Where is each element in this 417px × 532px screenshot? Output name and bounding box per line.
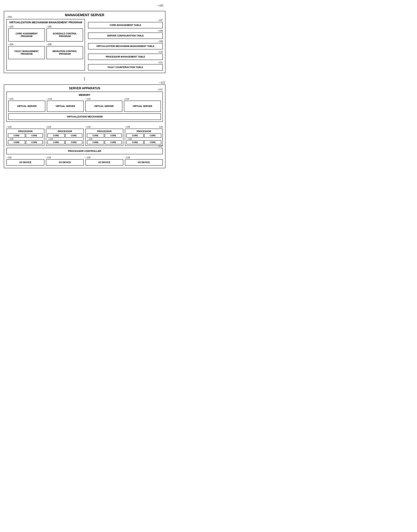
ref-106: ⌐106 [46, 43, 52, 46]
top-ref-number: 101 [159, 4, 164, 7]
processor-3: PROCESSOR CORE CORE ⌐116 CORE CORE [85, 129, 123, 146]
table-110: PROCESSOR MANAGEMENT TABLE [88, 53, 163, 60]
ref-115: 115 [159, 125, 163, 128]
ref-118-1: ⌐118 [6, 156, 11, 159]
program-106-wrapper: ⌐106 MIGRATION CONTROL PROGRAM [46, 46, 83, 59]
management-server-title: MANAGEMENT SERVER [6, 13, 163, 17]
ref-119-3: ⌐119 [85, 125, 90, 128]
processor-1-wrapper: ⌐119 PROCESSOR CORE CORE ⌐116 CORE CORE [6, 129, 44, 146]
ref-114-4: ⌐114 [124, 98, 129, 100]
table-111: FAULT COUNTERACTION TABLE [88, 64, 163, 71]
processor-1-cores-top: CORE CORE [8, 134, 43, 138]
processor-2-label: PROCESSOR [47, 130, 82, 133]
connector-line [4, 77, 166, 81]
core-3-4: CORE [105, 140, 122, 144]
processor-4: PROCESSOR CORE CORE ⌐116 CORE CORE [125, 129, 163, 146]
table-111-wrapper: ⌐111 FAULT COUNTERACTION TABLE [88, 64, 163, 71]
processor-2: PROCESSOR CORE CORE ⌐116 CORE CORE [46, 129, 84, 146]
processor-controller: PROCESSOR CONTROLLER [6, 148, 163, 154]
virtual-servers-row: ⌐114 VIRTUAL SERVER ⌐114 VIRTUAL SERVER … [8, 98, 161, 112]
ref-107: ⌐107 [158, 19, 163, 22]
core-3-1: CORE [87, 134, 104, 138]
processor-1-cores-bottom: CORE CORE [8, 140, 43, 144]
ref-116-1: ⌐116 [8, 138, 43, 140]
processor-1: PROCESSOR CORE CORE ⌐116 CORE CORE [6, 129, 44, 146]
ref-109: ⌐109 [158, 40, 163, 43]
management-server-box: MANAGEMENT SERVER ⌐102 VIRTUALIZATION ME… [4, 11, 166, 73]
io-device-1: I/O DEVICE [6, 159, 44, 166]
management-server-body: ⌐102 VIRTUALIZATION MECHANISM MANAGEMENT… [6, 19, 163, 71]
core-1-2: CORE [26, 134, 43, 138]
server-apparatus-box: ⌐112 SERVER APPARATUS ⌐113 MEMORY ⌐114 V… [4, 84, 166, 168]
processor-2-wrapper: ⌐119 PROCESSOR CORE CORE ⌐116 CORE CORE [46, 129, 84, 146]
ref-104: ⌐104 [8, 43, 13, 46]
virtual-server-1: VIRTUAL SERVER [8, 101, 45, 112]
memory-section: ⌐113 MEMORY ⌐114 VIRTUAL SERVER ⌐114 VIR… [6, 92, 163, 122]
processor-3-cores-top: CORE CORE [87, 134, 122, 138]
io-device-3: I/O DEVICE [85, 159, 123, 166]
program-103-wrapper: ⌐103 CORE ASSIGNMENT PROGRAM [8, 28, 45, 42]
core-4-2: CORE [144, 134, 161, 138]
management-tables: ⌐107 CORE MANAGEMENT TABLE ⌐108 SERVER C… [88, 19, 163, 71]
ref-103: ⌐103 [8, 25, 13, 28]
virtual-server-3: VIRTUAL SERVER [85, 101, 122, 112]
core-1-3: CORE [8, 140, 25, 144]
core-1-4: CORE [26, 140, 43, 144]
ref-112: ⌐112 [159, 81, 165, 84]
program-104: FAULT MANAGEMENT PROGRAM [8, 46, 45, 59]
ref-116-3: ⌐116 [87, 138, 122, 140]
table-109: VIRTUALIZATION MECHANISM MANAGEMENT TABL… [88, 43, 163, 50]
table-110-wrapper: ⌐110 PROCESSOR MANAGEMENT TABLE [88, 53, 163, 60]
ref-102-num: 102 [8, 16, 12, 18]
ref-118-4: ⌐118 [125, 156, 130, 159]
processor-3-wrapper: ⌐119 PROCESSOR CORE CORE ⌐116 CORE CORE [85, 129, 123, 146]
processor-4-cores-bottom: CORE CORE [126, 140, 161, 144]
program-105-wrapper: ⌐105 SCHEDULE CONTROL PROGRAM [46, 28, 83, 42]
program-106: MIGRATION CONTROL PROGRAM [46, 46, 83, 59]
top-ref-label: ⌐101 [4, 4, 166, 7]
io-devices-row: ⌐118 I/O DEVICE ⌐118 I/O DEVICE ⌐118 I/O… [6, 156, 163, 166]
processors-section: ⌐119 PROCESSOR CORE CORE ⌐116 CORE CORE [6, 125, 163, 146]
ref-111: ⌐111 [158, 61, 163, 64]
core-3-3: CORE [87, 140, 104, 144]
virtual-server-4: VIRTUAL SERVER [124, 101, 161, 112]
ref-118-3: ⌐118 [85, 156, 90, 159]
processor-4-cores-top: CORE CORE [126, 134, 161, 138]
core-4-4: CORE [144, 140, 161, 144]
core-3-2: CORE [105, 134, 122, 138]
program-104-wrapper: ⌐104 FAULT MANAGEMENT PROGRAM [8, 46, 45, 59]
programs-grid: ⌐103 CORE ASSIGNMENT PROGRAM ⌐105 SCHEDU… [8, 25, 83, 59]
ref-108: ⌐108 [158, 30, 163, 32]
main-diagram: ⌐101 MANAGEMENT SERVER ⌐102 VIRTUALIZATI… [4, 4, 166, 168]
processor-3-cores-bottom: CORE CORE [87, 140, 122, 144]
ref-114-2: ⌐114 [47, 98, 52, 100]
processor-3-label: PROCESSOR [87, 130, 122, 133]
core-2-3: CORE [47, 140, 65, 144]
processor-controller-wrapper: ⌐117 PROCESSOR CONTROLLER [6, 148, 163, 154]
core-2-2: CORE [65, 134, 83, 138]
memory-title: MEMORY [8, 94, 161, 96]
table-109-wrapper: ⌐109 VIRTUALIZATION MECHANISM MANAGEMENT… [88, 43, 163, 50]
ref-119-2: ⌐119 [46, 125, 51, 128]
ref-114-3: ⌐114 [85, 98, 90, 100]
io-3-wrapper: ⌐118 I/O DEVICE [85, 159, 123, 166]
program-105: SCHEDULE CONTROL PROGRAM [46, 28, 83, 42]
top-ref-hook: ⌐ [157, 4, 159, 7]
processor-2-cores-bottom: CORE CORE [47, 140, 82, 144]
processor-4-wrapper: ⌐119 115 PROCESSOR CORE CORE ⌐116 CORE C… [125, 129, 163, 146]
vs-3-wrapper: ⌐114 VIRTUAL SERVER [85, 101, 122, 112]
vs-2-wrapper: ⌐114 VIRTUAL SERVER [47, 101, 84, 112]
program-103: CORE ASSIGNMENT PROGRAM [8, 28, 45, 42]
processor-4-label: PROCESSOR [126, 130, 161, 133]
processor-2-cores-top: CORE CORE [47, 134, 82, 138]
core-2-1: CORE [47, 134, 65, 138]
ref-113: ⌐113 [157, 88, 162, 91]
ref-116-2: ⌐116 [47, 138, 82, 140]
server-apparatus-title: SERVER APPARATUS [6, 87, 163, 90]
io-4-wrapper: ⌐118 I/O DEVICE [125, 159, 163, 166]
virtualization-mechanism-bar: VIRTUALIZATION MECHANISM [8, 113, 161, 120]
io-1-wrapper: ⌐118 I/O DEVICE [6, 159, 44, 166]
ref-117: ⌐117 [158, 145, 163, 147]
ref-118-2: ⌐118 [46, 156, 51, 159]
table-108: SERVER CONFIGURATION TABLE [88, 32, 163, 39]
